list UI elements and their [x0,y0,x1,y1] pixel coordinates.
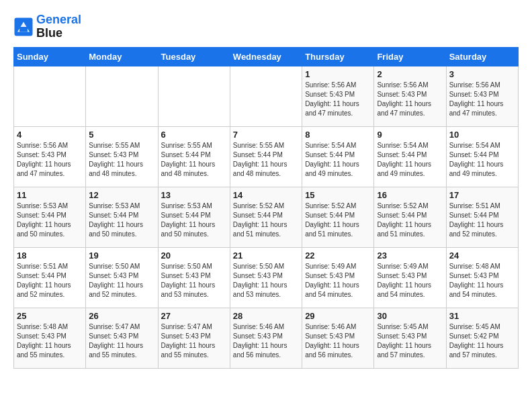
day-number: 16 [377,190,443,200]
day-number: 3 [449,69,515,79]
day-info: Sunrise: 5:51 AM Sunset: 5:44 PM Dayligh… [449,201,515,239]
calendar-week-row: 11Sunrise: 5:53 AM Sunset: 5:44 PM Dayli… [14,187,519,247]
calendar-cell: 27Sunrise: 5:47 AM Sunset: 5:43 PM Dayli… [158,308,230,368]
calendar-cell: 1Sunrise: 5:56 AM Sunset: 5:43 PM Daylig… [302,66,374,126]
calendar-cell: 10Sunrise: 5:54 AM Sunset: 5:44 PM Dayli… [446,126,518,187]
day-info: Sunrise: 5:48 AM Sunset: 5:43 PM Dayligh… [17,322,83,360]
day-number: 30 [377,311,443,321]
day-info: Sunrise: 5:47 AM Sunset: 5:43 PM Dayligh… [89,322,154,360]
day-info: Sunrise: 5:56 AM Sunset: 5:43 PM Dayligh… [449,81,515,118]
calendar-cell: 17Sunrise: 5:51 AM Sunset: 5:44 PM Dayli… [446,187,518,247]
day-info: Sunrise: 5:52 AM Sunset: 5:44 PM Dayligh… [377,201,443,239]
day-number: 19 [89,250,154,261]
day-number: 31 [449,311,515,321]
day-info: Sunrise: 5:52 AM Sunset: 5:44 PM Dayligh… [233,201,299,239]
calendar-week-row: 18Sunrise: 5:51 AM Sunset: 5:44 PM Dayli… [14,247,519,308]
day-number: 2 [377,69,443,79]
logo-text: General Blue [36,13,81,40]
day-number: 29 [305,311,371,321]
day-info: Sunrise: 5:50 AM Sunset: 5:43 PM Dayligh… [233,262,299,300]
day-info: Sunrise: 5:55 AM Sunset: 5:43 PM Dayligh… [89,141,154,179]
day-info: Sunrise: 5:53 AM Sunset: 5:44 PM Dayligh… [89,201,154,239]
day-info: Sunrise: 5:49 AM Sunset: 5:43 PM Dayligh… [377,262,443,300]
calendar-cell: 25Sunrise: 5:48 AM Sunset: 5:43 PM Dayli… [14,308,86,368]
day-info: Sunrise: 5:56 AM Sunset: 5:43 PM Dayligh… [17,141,83,179]
calendar-cell: 3Sunrise: 5:56 AM Sunset: 5:43 PM Daylig… [446,66,518,126]
weekday-header-thursday: Thursday [302,47,374,66]
logo-icon [13,17,34,37]
calendar-cell: 6Sunrise: 5:55 AM Sunset: 5:44 PM Daylig… [158,126,230,187]
calendar-cell [230,66,302,126]
day-info: Sunrise: 5:46 AM Sunset: 5:43 PM Dayligh… [305,322,371,360]
day-info: Sunrise: 5:53 AM Sunset: 5:44 PM Dayligh… [17,201,83,239]
day-info: Sunrise: 5:54 AM Sunset: 5:44 PM Dayligh… [449,141,515,179]
calendar-cell: 28Sunrise: 5:46 AM Sunset: 5:43 PM Dayli… [230,308,302,368]
day-info: Sunrise: 5:54 AM Sunset: 5:44 PM Dayligh… [305,141,371,179]
calendar-cell: 14Sunrise: 5:52 AM Sunset: 5:44 PM Dayli… [230,187,302,247]
day-info: Sunrise: 5:55 AM Sunset: 5:44 PM Dayligh… [233,141,299,179]
weekday-header-wednesday: Wednesday [230,47,302,66]
calendar-cell: 21Sunrise: 5:50 AM Sunset: 5:43 PM Dayli… [230,247,302,308]
calendar-cell: 29Sunrise: 5:46 AM Sunset: 5:43 PM Dayli… [302,308,374,368]
calendar-cell: 2Sunrise: 5:56 AM Sunset: 5:43 PM Daylig… [374,66,446,126]
day-number: 13 [161,190,227,200]
day-number: 7 [233,130,299,140]
day-number: 20 [161,250,227,261]
day-info: Sunrise: 5:56 AM Sunset: 5:43 PM Dayligh… [377,81,443,118]
day-number: 18 [17,250,83,261]
svg-rect-2 [19,27,28,32]
calendar-cell: 7Sunrise: 5:55 AM Sunset: 5:44 PM Daylig… [230,126,302,187]
calendar-cell: 8Sunrise: 5:54 AM Sunset: 5:44 PM Daylig… [302,126,374,187]
weekday-header-saturday: Saturday [446,47,518,66]
day-info: Sunrise: 5:49 AM Sunset: 5:43 PM Dayligh… [305,262,371,300]
day-number: 22 [305,250,371,261]
calendar-cell: 4Sunrise: 5:56 AM Sunset: 5:43 PM Daylig… [14,126,86,187]
day-info: Sunrise: 5:50 AM Sunset: 5:43 PM Dayligh… [161,262,227,300]
calendar-cell: 31Sunrise: 5:45 AM Sunset: 5:42 PM Dayli… [446,308,518,368]
calendar-table: SundayMondayTuesdayWednesdayThursdayFrid… [13,47,519,369]
day-number: 25 [17,311,83,321]
calendar-week-row: 4Sunrise: 5:56 AM Sunset: 5:43 PM Daylig… [14,126,519,187]
day-number: 12 [89,190,154,200]
weekday-header-row: SundayMondayTuesdayWednesdayThursdayFrid… [14,47,519,66]
weekday-header-tuesday: Tuesday [158,47,230,66]
day-info: Sunrise: 5:54 AM Sunset: 5:44 PM Dayligh… [377,141,443,179]
calendar-cell: 26Sunrise: 5:47 AM Sunset: 5:43 PM Dayli… [86,308,158,368]
calendar-cell: 9Sunrise: 5:54 AM Sunset: 5:44 PM Daylig… [374,126,446,187]
day-number: 11 [17,190,83,200]
day-info: Sunrise: 5:55 AM Sunset: 5:44 PM Dayligh… [161,141,227,179]
day-number: 4 [17,130,83,140]
day-info: Sunrise: 5:52 AM Sunset: 5:44 PM Dayligh… [305,201,371,239]
calendar-cell: 12Sunrise: 5:53 AM Sunset: 5:44 PM Dayli… [86,187,158,247]
day-info: Sunrise: 5:46 AM Sunset: 5:43 PM Dayligh… [233,322,299,360]
day-info: Sunrise: 5:48 AM Sunset: 5:43 PM Dayligh… [449,262,515,300]
day-number: 15 [305,190,371,200]
day-number: 26 [89,311,154,321]
calendar-cell: 22Sunrise: 5:49 AM Sunset: 5:43 PM Dayli… [302,247,374,308]
day-number: 27 [161,311,227,321]
calendar-cell: 24Sunrise: 5:48 AM Sunset: 5:43 PM Dayli… [446,247,518,308]
calendar-cell: 5Sunrise: 5:55 AM Sunset: 5:43 PM Daylig… [86,126,158,187]
day-number: 5 [89,130,154,140]
day-info: Sunrise: 5:50 AM Sunset: 5:43 PM Dayligh… [89,262,154,300]
calendar-cell [86,66,158,126]
day-number: 24 [449,250,515,261]
calendar-cell [14,66,86,126]
weekday-header-monday: Monday [86,47,158,66]
day-info: Sunrise: 5:56 AM Sunset: 5:43 PM Dayligh… [305,81,371,118]
day-number: 14 [233,190,299,200]
day-info: Sunrise: 5:45 AM Sunset: 5:43 PM Dayligh… [377,322,443,360]
calendar-cell: 13Sunrise: 5:53 AM Sunset: 5:44 PM Dayli… [158,187,230,247]
calendar-cell [158,66,230,126]
header: General Blue [13,13,519,40]
calendar-cell: 18Sunrise: 5:51 AM Sunset: 5:44 PM Dayli… [14,247,86,308]
calendar-cell: 19Sunrise: 5:50 AM Sunset: 5:43 PM Dayli… [86,247,158,308]
day-number: 28 [233,311,299,321]
day-number: 6 [161,130,227,140]
day-info: Sunrise: 5:45 AM Sunset: 5:42 PM Dayligh… [449,322,515,360]
calendar-cell: 23Sunrise: 5:49 AM Sunset: 5:43 PM Dayli… [374,247,446,308]
calendar-cell: 11Sunrise: 5:53 AM Sunset: 5:44 PM Dayli… [14,187,86,247]
weekday-header-friday: Friday [374,47,446,66]
day-info: Sunrise: 5:47 AM Sunset: 5:43 PM Dayligh… [161,322,227,360]
day-number: 23 [377,250,443,261]
